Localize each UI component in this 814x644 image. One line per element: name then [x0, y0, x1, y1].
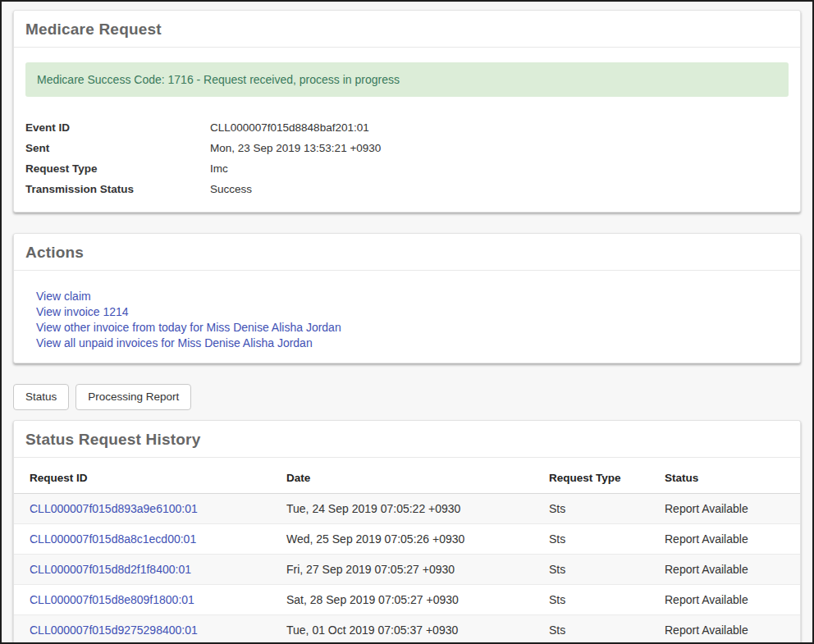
detail-value: Imc: [210, 162, 228, 175]
date-cell: Wed, 25 Sep 2019 07:05:26 +0930: [286, 524, 549, 555]
column-header-request-type: Request Type: [549, 458, 665, 494]
table-row: CLL000007f015d893a9e6100:01 Tue, 24 Sep …: [14, 494, 800, 524]
tab-status[interactable]: Status: [13, 384, 69, 410]
status-cell: Report Available: [665, 585, 800, 615]
detail-value: Success: [210, 183, 252, 195]
request-details: Event ID CLL000007f015d8848baf201:01 Sen…: [25, 117, 789, 199]
request-id-link[interactable]: CLL000007f015d8a8c1ecd00:01: [30, 532, 196, 546]
request-type-cell: Sts: [549, 494, 665, 524]
medicare-request-header: Medicare Request: [14, 11, 800, 48]
medicare-request-card: Medicare Request Medicare Success Code: …: [13, 10, 801, 212]
success-banner: Medicare Success Code: 1716 - Request re…: [25, 62, 789, 97]
view-other-invoice-link[interactable]: View other invoice from today for Miss D…: [36, 320, 789, 336]
actions-body: View claim View invoice 1214 View other …: [14, 271, 800, 363]
table-row: CLL000007f015d8d2f1f8400:01 Fri, 27 Sep …: [14, 555, 800, 585]
date-cell: Tue, 01 Oct 2019 07:05:37 +0930: [286, 615, 549, 644]
request-id-link[interactable]: CLL000007f015d893a9e6100:01: [30, 502, 198, 515]
status-cell: Report Available: [665, 524, 800, 555]
status-cell: Report Available: [665, 494, 800, 524]
request-type-cell: Sts: [549, 524, 665, 555]
date-cell: Sat, 28 Sep 2019 07:05:27 +0930: [286, 585, 549, 615]
detail-row-request-type: Request Type Imc: [25, 158, 789, 179]
detail-label: Request Type: [25, 162, 210, 175]
request-type-cell: Sts: [549, 585, 665, 615]
table-row: CLL000007f015d8e809f1800:01 Sat, 28 Sep …: [14, 585, 800, 615]
actions-card: Actions View claim View invoice 1214 Vie…: [13, 233, 801, 363]
detail-value: CLL000007f015d8848baf201:01: [210, 121, 369, 134]
date-cell: Tue, 24 Sep 2019 07:05:22 +0930: [286, 494, 549, 524]
request-type-cell: Sts: [549, 615, 665, 644]
column-header-status: Status: [665, 458, 800, 494]
request-id-link[interactable]: CLL000007f015d9275298400:01: [30, 623, 198, 637]
success-banner-text: Medicare Success Code: 1716 - Request re…: [37, 73, 400, 86]
status-cell: Report Available: [665, 555, 800, 585]
detail-row-event-id: Event ID CLL000007f015d8848baf201:01: [25, 117, 789, 138]
view-claim-link[interactable]: View claim: [36, 289, 789, 304]
request-id-link[interactable]: CLL000007f015d8e809f1800:01: [30, 593, 194, 606]
table-row: CLL000007f015d8a8c1ecd00:01 Wed, 25 Sep …: [14, 524, 800, 555]
page-title: Medicare Request: [25, 21, 789, 39]
status-cell: Report Available: [665, 615, 800, 644]
column-header-date: Date: [286, 458, 549, 494]
actions-header: Actions: [14, 234, 800, 271]
request-type-cell: Sts: [549, 555, 665, 585]
request-id-link[interactable]: CLL000007f015d8d2f1f8400:01: [30, 563, 191, 576]
column-header-request-id: Request ID: [14, 458, 286, 494]
status-request-history-table: Request ID Date Request Type Status CLL0…: [14, 458, 800, 644]
status-request-history-card: Status Request History Request ID Date R…: [13, 420, 801, 644]
history-header: Status Request History: [14, 421, 800, 458]
detail-label: Sent: [25, 142, 210, 154]
detail-row-transmission-status: Transmission Status Success: [25, 179, 789, 199]
actions-title: Actions: [25, 244, 789, 262]
detail-label: Event ID: [25, 121, 210, 134]
tab-processing-report[interactable]: Processing Report: [75, 384, 191, 410]
view-invoice-link[interactable]: View invoice 1214: [36, 304, 789, 320]
table-row: CLL000007f015d9275298400:01 Tue, 01 Oct …: [14, 615, 800, 644]
detail-value: Mon, 23 Sep 2019 13:53:21 +0930: [210, 142, 381, 154]
page: Medicare Request Medicare Success Code: …: [0, 0, 814, 644]
detail-label: Transmission Status: [25, 183, 210, 195]
history-tabs: Status Processing Report: [13, 384, 801, 410]
medicare-request-body: Medicare Success Code: 1716 - Request re…: [14, 48, 800, 212]
history-title: Status Request History: [25, 431, 789, 449]
view-unpaid-invoices-link[interactable]: View all unpaid invoices for Miss Denise…: [36, 336, 789, 351]
date-cell: Fri, 27 Sep 2019 07:05:27 +0930: [286, 555, 549, 585]
table-header-row: Request ID Date Request Type Status: [14, 458, 800, 494]
detail-row-sent: Sent Mon, 23 Sep 2019 13:53:21 +0930: [25, 138, 789, 158]
